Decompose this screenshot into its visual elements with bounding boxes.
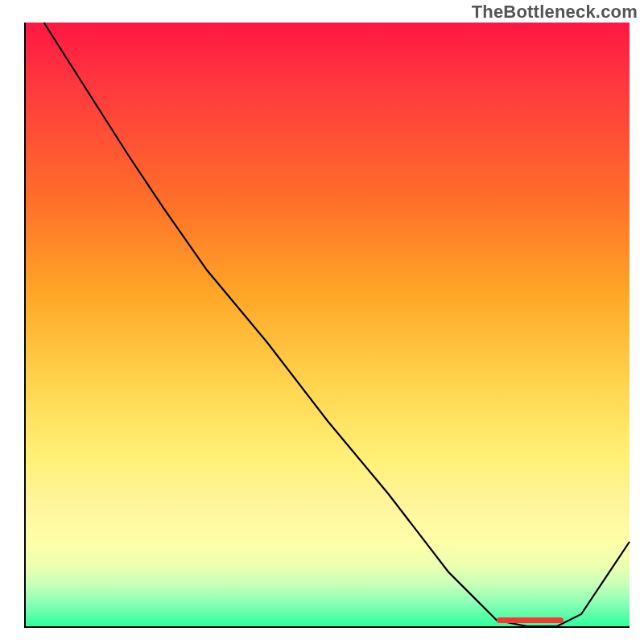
chart-area — [24, 23, 630, 628]
chart-svg — [26, 23, 630, 626]
chart-curve — [44, 23, 630, 626]
watermark-text: TheBottleneck.com — [472, 2, 638, 23]
optimum-marker — [497, 617, 564, 623]
